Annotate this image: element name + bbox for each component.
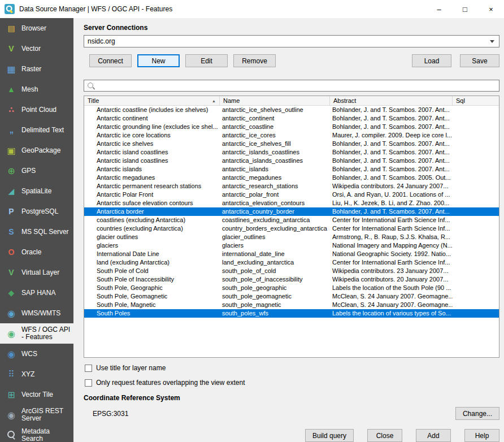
edit-button[interactable]: Edit: [185, 54, 228, 67]
column-header-name[interactable]: Name: [220, 96, 330, 105]
sidebar-item-wms[interactable]: WMS/WMTS: [0, 303, 73, 323]
column-header-title[interactable]: Title ▲: [84, 96, 220, 105]
cell-name: antarctica_country_border: [220, 207, 330, 216]
table-row[interactable]: South Pole, Geographic south_pole_geogra…: [84, 284, 499, 292]
help-button[interactable]: Help: [464, 429, 499, 442]
sidebar-item-label: Vector: [21, 45, 41, 53]
table-row[interactable]: Antarctic permanent research stations an…: [84, 182, 499, 190]
sidebar-item-metadata-search[interactable]: Metadata Search: [0, 425, 73, 442]
table-row[interactable]: International Date Line international_da…: [84, 250, 499, 258]
close-button[interactable]: ×: [478, 0, 504, 18]
cell-title: Antarctic megadunes: [84, 174, 220, 182]
cell-name: antarctic_megadunes: [220, 174, 330, 182]
sidebar-item-mesh[interactable]: Mesh: [0, 79, 73, 99]
table-row[interactable]: coastlines (excluding Antarctica) coastl…: [84, 216, 499, 224]
table-row[interactable]: South Pole, Geomagnetic south_pole_geoma…: [84, 292, 499, 301]
spatialite-icon: [5, 184, 18, 198]
cell-title: Antarctic suface elevation contours: [84, 199, 220, 207]
sidebar-item-xyz[interactable]: XYZ: [0, 364, 73, 384]
sidebar-item-vector[interactable]: Vector: [0, 38, 73, 59]
cell-abstract: Bohlander, J. and T. Scambos. 2007. Ant.…: [330, 207, 453, 216]
sidebar-item-wcs[interactable]: WCS: [0, 344, 73, 364]
maximize-button[interactable]: □: [452, 0, 478, 18]
column-header-abstract[interactable]: Abstract: [330, 96, 453, 105]
build-query-button[interactable]: Build query: [305, 429, 354, 442]
checkbox-icon: [85, 365, 92, 372]
minimize-button[interactable]: –: [426, 0, 452, 18]
cell-abstract: Center for International Earth Science I…: [330, 216, 453, 224]
cell-name: antarctic_islands_coastlines: [220, 148, 330, 157]
cell-name: glacier_outlines: [220, 233, 330, 241]
cell-sql: [453, 165, 499, 174]
overlap-extent-checkbox[interactable]: Only request features overlapping the vi…: [85, 378, 499, 387]
table-body: Antarctic coastline (includes ice shelve…: [84, 106, 499, 357]
table-row[interactable]: Antarctic island coastlines antarctic_is…: [84, 148, 499, 157]
cell-abstract: Bohlander, J. and T. Scambos. 2007. Ant.…: [330, 148, 453, 157]
table-row[interactable]: Antarctic grounding line (excludes ice s…: [84, 123, 499, 131]
table-row[interactable]: Antarctic islands antarctic_islands Bohl…: [84, 165, 499, 174]
sidebar-item-sap-hana[interactable]: SAP HANA: [0, 283, 73, 303]
table-row[interactable]: Antarctica border antarctica_country_bor…: [84, 207, 499, 216]
connect-button[interactable]: Connect: [89, 54, 132, 67]
search-icon: [86, 81, 95, 90]
sidebar-item-spatialite[interactable]: SpatiaLite: [0, 181, 73, 201]
cell-name: antarctic_research_stations: [220, 182, 330, 190]
table-row[interactable]: glacier outlines glacier_outlines Armstr…: [84, 233, 499, 241]
load-button[interactable]: Load: [412, 54, 451, 67]
crs-heading: Coordinate Reference System: [84, 394, 499, 402]
table-row[interactable]: Antarctic ice core locations antarctic_i…: [84, 131, 499, 140]
table-row[interactable]: land (excluding Antarctica) land_excludi…: [84, 258, 499, 267]
crs-change-button[interactable]: Change...: [455, 407, 499, 420]
sidebar-item-raster[interactable]: Raster: [0, 59, 73, 79]
sidebar-item-oracle[interactable]: Oracle: [0, 242, 73, 262]
new-button[interactable]: New: [137, 54, 180, 67]
wcs-icon: [5, 347, 18, 361]
table-row[interactable]: South Pole of Cold south_pole_of_cold Wi…: [84, 267, 499, 275]
raster-icon: [5, 62, 18, 76]
table-row[interactable]: Antarctic Polar Front antarctic_polar_fr…: [84, 190, 499, 199]
connection-select[interactable]: nsidc.org: [84, 35, 499, 47]
sidebar-item-postgresql[interactable]: PostgreSQL: [0, 201, 73, 222]
use-title-checkbox[interactable]: Use title for layer name: [85, 363, 499, 372]
table-row[interactable]: Antarctic megadunes antarctic_megadunes …: [84, 174, 499, 182]
sidebar-item-delimited-text[interactable]: Delimited Text: [0, 120, 73, 140]
sidebar-item-vector-tile[interactable]: Vector Tile: [0, 384, 73, 405]
table-row[interactable]: Antarctic suface elevation contours anta…: [84, 199, 499, 207]
table-row[interactable]: Antarctic coastline (includes ice shelve…: [84, 106, 499, 114]
sidebar-item-label: Point Cloud: [21, 106, 57, 114]
cell-title: South Pole, Magnetic: [84, 301, 220, 309]
cell-abstract: McClean, S. 24 January 2007. Geomagne...: [330, 301, 453, 309]
sidebar-item-mssql[interactable]: MS SQL Server: [0, 222, 73, 242]
table-row[interactable]: Antarctic island coastlines antarctica_i…: [84, 157, 499, 165]
sidebar-item-gps[interactable]: GPS: [0, 161, 73, 181]
sidebar-item-geopackage[interactable]: GeoPackage: [0, 140, 73, 161]
sidebar-item-label: XYZ: [21, 371, 34, 378]
sidebar-item-wfs[interactable]: WFS / OGC API - Features: [0, 323, 73, 344]
table-row[interactable]: countries (excluding Antarctica) country…: [84, 224, 499, 233]
table-row[interactable]: Antarctic continent antarctic_continent …: [84, 114, 499, 123]
crs-value: EPSG:3031: [93, 410, 128, 418]
table-row[interactable]: South Pole, Magnetic south_pole_magnetic…: [84, 301, 499, 309]
sidebar-item-virtual-layer[interactable]: Virtual Layer: [0, 262, 73, 283]
table-row[interactable]: South Poles south_poles_wfs Labels the l…: [84, 309, 499, 318]
delimited-text-icon: [5, 123, 18, 137]
save-button[interactable]: Save: [460, 54, 499, 67]
sidebar-item-point-cloud[interactable]: Point Cloud: [0, 99, 73, 120]
close-dialog-button[interactable]: Close: [367, 429, 402, 442]
vector-tile-icon: [5, 388, 18, 401]
sidebar-item-label: WFS / OGC API - Features: [21, 326, 71, 341]
add-button[interactable]: Add: [416, 429, 451, 442]
sidebar-item-label: SAP HANA: [21, 289, 55, 297]
table-row[interactable]: glaciers glaciers National Imagery and M…: [84, 241, 499, 250]
cell-name: antarctic_ice_shelves_fill: [220, 140, 330, 148]
table-row[interactable]: South Pole of Inaccessibility south_pole…: [84, 275, 499, 284]
table-row[interactable]: Antarctic ice shelves antarctic_ice_shel…: [84, 140, 499, 148]
wfs-icon: [5, 327, 18, 340]
sidebar-item-arcgis[interactable]: ArcGIS REST Server: [0, 405, 73, 425]
remove-button[interactable]: Remove: [233, 54, 276, 67]
filter-input[interactable]: [97, 80, 499, 91]
column-header-sql[interactable]: Sql: [453, 96, 499, 105]
cell-title: Antarctic ice shelves: [84, 140, 220, 148]
sidebar-item-browser[interactable]: Browser: [0, 18, 73, 38]
cell-sql: [453, 106, 499, 114]
